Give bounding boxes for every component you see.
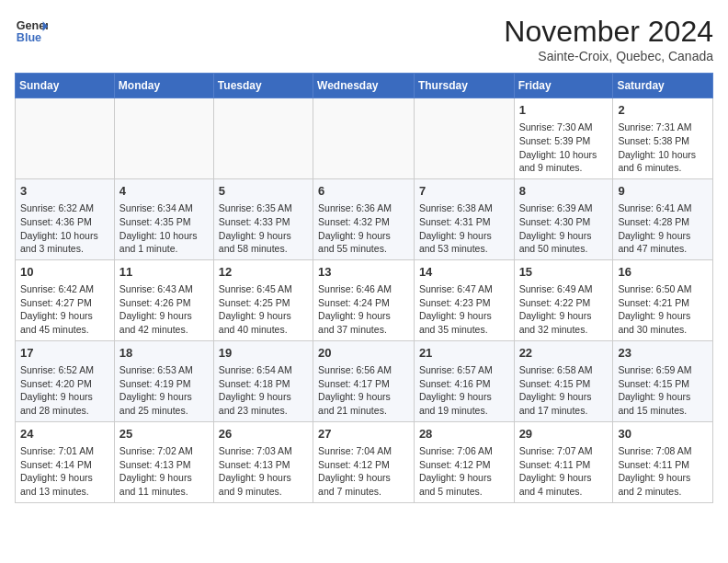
calendar-cell: 21Sunrise: 6:57 AMSunset: 4:16 PMDayligh…	[414, 340, 514, 421]
calendar-cell: 7Sunrise: 6:38 AMSunset: 4:31 PMDaylight…	[414, 178, 514, 259]
header-day-saturday: Saturday	[613, 74, 713, 98]
calendar-cell	[213, 98, 313, 179]
calendar-cell: 6Sunrise: 6:36 AMSunset: 4:32 PMDaylight…	[313, 178, 415, 259]
title-area: November 2024 Sainte-Croix, Quebec, Cana…	[504, 15, 713, 63]
calendar-cell: 25Sunrise: 7:02 AMSunset: 4:13 PMDayligh…	[114, 421, 213, 502]
day-number: 30	[618, 426, 708, 442]
day-number: 6	[318, 183, 409, 200]
day-number: 25	[119, 426, 209, 442]
header-day-sunday: Sunday	[16, 74, 115, 98]
calendar-cell	[114, 98, 213, 179]
header-day-friday: Friday	[514, 74, 613, 98]
calendar-cell: 26Sunrise: 7:03 AMSunset: 4:13 PMDayligh…	[213, 421, 313, 502]
calendar-cell: 11Sunrise: 6:43 AMSunset: 4:26 PMDayligh…	[114, 259, 213, 340]
day-number: 26	[219, 426, 308, 442]
day-number: 24	[20, 426, 109, 442]
calendar-cell: 28Sunrise: 7:06 AMSunset: 4:12 PMDayligh…	[414, 421, 514, 502]
day-number: 3	[20, 183, 109, 200]
day-number: 9	[618, 183, 708, 200]
day-number: 8	[519, 183, 609, 200]
day-number: 14	[419, 264, 509, 281]
calendar-cell	[16, 98, 115, 179]
calendar-cell: 19Sunrise: 6:54 AMSunset: 4:18 PMDayligh…	[213, 340, 313, 421]
calendar-cell: 17Sunrise: 6:52 AMSunset: 4:20 PMDayligh…	[16, 340, 115, 421]
week-row-5: 24Sunrise: 7:01 AMSunset: 4:14 PMDayligh…	[16, 421, 713, 502]
calendar-table: SundayMondayTuesdayWednesdayThursdayFrid…	[15, 73, 713, 503]
logo: General Blue	[15, 15, 48, 48]
calendar-cell: 14Sunrise: 6:47 AMSunset: 4:23 PMDayligh…	[414, 259, 514, 340]
day-number: 2	[618, 102, 708, 119]
page-subtitle: Sainte-Croix, Quebec, Canada	[504, 49, 713, 63]
week-row-4: 17Sunrise: 6:52 AMSunset: 4:20 PMDayligh…	[16, 340, 713, 421]
day-number: 20	[318, 345, 409, 362]
header-day-wednesday: Wednesday	[313, 74, 415, 98]
calendar-cell	[414, 98, 514, 179]
calendar-cell: 27Sunrise: 7:04 AMSunset: 4:12 PMDayligh…	[313, 421, 415, 502]
day-number: 16	[618, 264, 708, 281]
week-row-1: 1Sunrise: 7:30 AMSunset: 5:39 PMDaylight…	[16, 98, 713, 179]
day-number: 15	[519, 264, 609, 281]
header-row: SundayMondayTuesdayWednesdayThursdayFrid…	[16, 74, 713, 98]
week-row-2: 3Sunrise: 6:32 AMSunset: 4:36 PMDaylight…	[16, 178, 713, 259]
day-number: 1	[519, 102, 609, 119]
header: General Blue November 2024 Sainte-Croix,…	[15, 15, 713, 63]
day-number: 13	[318, 264, 409, 281]
calendar-cell: 5Sunrise: 6:35 AMSunset: 4:33 PMDaylight…	[213, 178, 313, 259]
calendar-cell: 18Sunrise: 6:53 AMSunset: 4:19 PMDayligh…	[114, 340, 213, 421]
calendar-cell: 29Sunrise: 7:07 AMSunset: 4:11 PMDayligh…	[514, 421, 613, 502]
day-number: 27	[318, 426, 409, 442]
header-day-tuesday: Tuesday	[213, 74, 313, 98]
day-number: 7	[419, 183, 509, 200]
calendar-cell: 9Sunrise: 6:41 AMSunset: 4:28 PMDaylight…	[613, 178, 713, 259]
header-day-thursday: Thursday	[414, 74, 514, 98]
svg-text:Blue: Blue	[17, 31, 41, 44]
day-number: 11	[119, 264, 209, 281]
week-row-3: 10Sunrise: 6:42 AMSunset: 4:27 PMDayligh…	[16, 259, 713, 340]
calendar-cell: 12Sunrise: 6:45 AMSunset: 4:25 PMDayligh…	[213, 259, 313, 340]
day-number: 21	[419, 345, 509, 362]
calendar-cell: 2Sunrise: 7:31 AMSunset: 5:38 PMDaylight…	[613, 98, 713, 179]
calendar-cell: 3Sunrise: 6:32 AMSunset: 4:36 PMDaylight…	[16, 178, 115, 259]
calendar-cell: 30Sunrise: 7:08 AMSunset: 4:11 PMDayligh…	[613, 421, 713, 502]
calendar-cell: 22Sunrise: 6:58 AMSunset: 4:15 PMDayligh…	[514, 340, 613, 421]
calendar-cell: 15Sunrise: 6:49 AMSunset: 4:22 PMDayligh…	[514, 259, 613, 340]
day-number: 23	[618, 345, 708, 362]
calendar-cell: 20Sunrise: 6:56 AMSunset: 4:17 PMDayligh…	[313, 340, 415, 421]
calendar-cell: 4Sunrise: 6:34 AMSunset: 4:35 PMDaylight…	[114, 178, 213, 259]
calendar-cell: 8Sunrise: 6:39 AMSunset: 4:30 PMDaylight…	[514, 178, 613, 259]
calendar-cell	[313, 98, 415, 179]
calendar-cell: 10Sunrise: 6:42 AMSunset: 4:27 PMDayligh…	[16, 259, 115, 340]
header-day-monday: Monday	[114, 74, 213, 98]
calendar-header: SundayMondayTuesdayWednesdayThursdayFrid…	[16, 74, 713, 98]
day-number: 4	[119, 183, 209, 200]
day-number: 12	[219, 264, 308, 281]
day-number: 17	[20, 345, 109, 362]
page-title: November 2024	[504, 15, 713, 49]
day-number: 22	[519, 345, 609, 362]
day-number: 29	[519, 426, 609, 442]
calendar-cell: 13Sunrise: 6:46 AMSunset: 4:24 PMDayligh…	[313, 259, 415, 340]
day-number: 10	[20, 264, 109, 281]
calendar-cell: 16Sunrise: 6:50 AMSunset: 4:21 PMDayligh…	[613, 259, 713, 340]
calendar-cell: 23Sunrise: 6:59 AMSunset: 4:15 PMDayligh…	[613, 340, 713, 421]
day-number: 18	[119, 345, 209, 362]
calendar-cell: 1Sunrise: 7:30 AMSunset: 5:39 PMDaylight…	[514, 98, 613, 179]
calendar-cell: 24Sunrise: 7:01 AMSunset: 4:14 PMDayligh…	[16, 421, 115, 502]
calendar-body: 1Sunrise: 7:30 AMSunset: 5:39 PMDaylight…	[16, 98, 713, 503]
day-number: 19	[219, 345, 308, 362]
logo-icon: General Blue	[15, 15, 48, 48]
day-number: 28	[419, 426, 509, 442]
day-number: 5	[219, 183, 308, 200]
